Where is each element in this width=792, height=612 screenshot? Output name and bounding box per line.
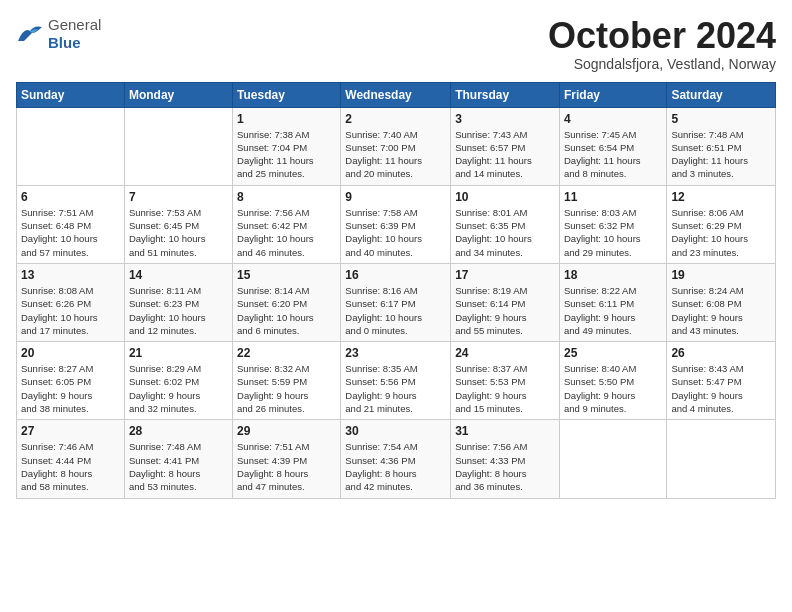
header: General Blue October 2024 Sogndalsfjora,… <box>16 16 776 72</box>
calendar-cell: 4Sunrise: 7:45 AM Sunset: 6:54 PM Daylig… <box>559 107 666 185</box>
day-info: Sunrise: 7:45 AM Sunset: 6:54 PM Dayligh… <box>564 128 662 181</box>
header-row: SundayMondayTuesdayWednesdayThursdayFrid… <box>17 82 776 107</box>
calendar-cell: 18Sunrise: 8:22 AM Sunset: 6:11 PM Dayli… <box>559 263 666 341</box>
logo-text-blue: Blue <box>48 34 81 51</box>
calendar-cell: 30Sunrise: 7:54 AM Sunset: 4:36 PM Dayli… <box>341 420 451 498</box>
day-info: Sunrise: 8:19 AM Sunset: 6:14 PM Dayligh… <box>455 284 555 337</box>
calendar-cell: 23Sunrise: 8:35 AM Sunset: 5:56 PM Dayli… <box>341 342 451 420</box>
day-number: 24 <box>455 346 555 360</box>
day-info: Sunrise: 7:51 AM Sunset: 4:39 PM Dayligh… <box>237 440 336 493</box>
calendar-body: 1Sunrise: 7:38 AM Sunset: 7:04 PM Daylig… <box>17 107 776 498</box>
calendar-cell <box>559 420 666 498</box>
calendar-cell: 22Sunrise: 8:32 AM Sunset: 5:59 PM Dayli… <box>233 342 341 420</box>
day-number: 12 <box>671 190 771 204</box>
day-info: Sunrise: 7:53 AM Sunset: 6:45 PM Dayligh… <box>129 206 228 259</box>
day-number: 4 <box>564 112 662 126</box>
week-row: 20Sunrise: 8:27 AM Sunset: 6:05 PM Dayli… <box>17 342 776 420</box>
day-info: Sunrise: 8:43 AM Sunset: 5:47 PM Dayligh… <box>671 362 771 415</box>
calendar-cell: 3Sunrise: 7:43 AM Sunset: 6:57 PM Daylig… <box>451 107 560 185</box>
day-info: Sunrise: 8:24 AM Sunset: 6:08 PM Dayligh… <box>671 284 771 337</box>
day-info: Sunrise: 7:56 AM Sunset: 6:42 PM Dayligh… <box>237 206 336 259</box>
day-info: Sunrise: 7:48 AM Sunset: 6:51 PM Dayligh… <box>671 128 771 181</box>
header-cell-tuesday: Tuesday <box>233 82 341 107</box>
calendar-cell: 10Sunrise: 8:01 AM Sunset: 6:35 PM Dayli… <box>451 185 560 263</box>
day-number: 5 <box>671 112 771 126</box>
day-info: Sunrise: 7:43 AM Sunset: 6:57 PM Dayligh… <box>455 128 555 181</box>
calendar-cell: 12Sunrise: 8:06 AM Sunset: 6:29 PM Dayli… <box>667 185 776 263</box>
day-number: 19 <box>671 268 771 282</box>
day-number: 11 <box>564 190 662 204</box>
week-row: 13Sunrise: 8:08 AM Sunset: 6:26 PM Dayli… <box>17 263 776 341</box>
day-number: 7 <box>129 190 228 204</box>
calendar-cell: 24Sunrise: 8:37 AM Sunset: 5:53 PM Dayli… <box>451 342 560 420</box>
day-number: 8 <box>237 190 336 204</box>
calendar-cell: 1Sunrise: 7:38 AM Sunset: 7:04 PM Daylig… <box>233 107 341 185</box>
calendar-cell: 16Sunrise: 8:16 AM Sunset: 6:17 PM Dayli… <box>341 263 451 341</box>
calendar-cell: 25Sunrise: 8:40 AM Sunset: 5:50 PM Dayli… <box>559 342 666 420</box>
calendar-cell: 14Sunrise: 8:11 AM Sunset: 6:23 PM Dayli… <box>124 263 232 341</box>
week-row: 1Sunrise: 7:38 AM Sunset: 7:04 PM Daylig… <box>17 107 776 185</box>
day-info: Sunrise: 8:11 AM Sunset: 6:23 PM Dayligh… <box>129 284 228 337</box>
calendar-cell: 13Sunrise: 8:08 AM Sunset: 6:26 PM Dayli… <box>17 263 125 341</box>
calendar-cell: 26Sunrise: 8:43 AM Sunset: 5:47 PM Dayli… <box>667 342 776 420</box>
calendar-cell: 29Sunrise: 7:51 AM Sunset: 4:39 PM Dayli… <box>233 420 341 498</box>
calendar-cell: 5Sunrise: 7:48 AM Sunset: 6:51 PM Daylig… <box>667 107 776 185</box>
header-cell-thursday: Thursday <box>451 82 560 107</box>
day-number: 3 <box>455 112 555 126</box>
day-info: Sunrise: 8:29 AM Sunset: 6:02 PM Dayligh… <box>129 362 228 415</box>
day-number: 23 <box>345 346 446 360</box>
header-cell-sunday: Sunday <box>17 82 125 107</box>
day-info: Sunrise: 7:40 AM Sunset: 7:00 PM Dayligh… <box>345 128 446 181</box>
day-info: Sunrise: 8:03 AM Sunset: 6:32 PM Dayligh… <box>564 206 662 259</box>
day-number: 16 <box>345 268 446 282</box>
calendar-header: SundayMondayTuesdayWednesdayThursdayFrid… <box>17 82 776 107</box>
header-cell-monday: Monday <box>124 82 232 107</box>
day-number: 15 <box>237 268 336 282</box>
calendar-table: SundayMondayTuesdayWednesdayThursdayFrid… <box>16 82 776 499</box>
day-number: 18 <box>564 268 662 282</box>
calendar-cell: 31Sunrise: 7:56 AM Sunset: 4:33 PM Dayli… <box>451 420 560 498</box>
day-info: Sunrise: 7:46 AM Sunset: 4:44 PM Dayligh… <box>21 440 120 493</box>
day-number: 27 <box>21 424 120 438</box>
day-number: 10 <box>455 190 555 204</box>
day-info: Sunrise: 7:54 AM Sunset: 4:36 PM Dayligh… <box>345 440 446 493</box>
day-info: Sunrise: 8:01 AM Sunset: 6:35 PM Dayligh… <box>455 206 555 259</box>
day-info: Sunrise: 7:56 AM Sunset: 4:33 PM Dayligh… <box>455 440 555 493</box>
day-info: Sunrise: 7:38 AM Sunset: 7:04 PM Dayligh… <box>237 128 336 181</box>
calendar-cell: 9Sunrise: 7:58 AM Sunset: 6:39 PM Daylig… <box>341 185 451 263</box>
header-cell-saturday: Saturday <box>667 82 776 107</box>
day-info: Sunrise: 7:58 AM Sunset: 6:39 PM Dayligh… <box>345 206 446 259</box>
day-number: 20 <box>21 346 120 360</box>
calendar-cell: 19Sunrise: 8:24 AM Sunset: 6:08 PM Dayli… <box>667 263 776 341</box>
calendar-cell: 6Sunrise: 7:51 AM Sunset: 6:48 PM Daylig… <box>17 185 125 263</box>
calendar-cell: 7Sunrise: 7:53 AM Sunset: 6:45 PM Daylig… <box>124 185 232 263</box>
calendar-cell: 11Sunrise: 8:03 AM Sunset: 6:32 PM Dayli… <box>559 185 666 263</box>
calendar-cell: 20Sunrise: 8:27 AM Sunset: 6:05 PM Dayli… <box>17 342 125 420</box>
day-info: Sunrise: 7:48 AM Sunset: 4:41 PM Dayligh… <box>129 440 228 493</box>
day-number: 6 <box>21 190 120 204</box>
calendar-cell: 8Sunrise: 7:56 AM Sunset: 6:42 PM Daylig… <box>233 185 341 263</box>
day-number: 25 <box>564 346 662 360</box>
day-info: Sunrise: 8:35 AM Sunset: 5:56 PM Dayligh… <box>345 362 446 415</box>
day-number: 28 <box>129 424 228 438</box>
day-number: 1 <box>237 112 336 126</box>
day-number: 26 <box>671 346 771 360</box>
calendar-cell <box>124 107 232 185</box>
day-info: Sunrise: 8:32 AM Sunset: 5:59 PM Dayligh… <box>237 362 336 415</box>
day-number: 9 <box>345 190 446 204</box>
day-info: Sunrise: 8:06 AM Sunset: 6:29 PM Dayligh… <box>671 206 771 259</box>
day-info: Sunrise: 7:51 AM Sunset: 6:48 PM Dayligh… <box>21 206 120 259</box>
title-block: October 2024 Sogndalsfjora, Vestland, No… <box>548 16 776 72</box>
day-number: 14 <box>129 268 228 282</box>
day-number: 13 <box>21 268 120 282</box>
logo-text-general: General <box>48 16 101 33</box>
day-number: 31 <box>455 424 555 438</box>
day-info: Sunrise: 8:22 AM Sunset: 6:11 PM Dayligh… <box>564 284 662 337</box>
calendar-cell: 21Sunrise: 8:29 AM Sunset: 6:02 PM Dayli… <box>124 342 232 420</box>
calendar-cell <box>17 107 125 185</box>
header-cell-friday: Friday <box>559 82 666 107</box>
day-number: 30 <box>345 424 446 438</box>
day-info: Sunrise: 8:14 AM Sunset: 6:20 PM Dayligh… <box>237 284 336 337</box>
week-row: 27Sunrise: 7:46 AM Sunset: 4:44 PM Dayli… <box>17 420 776 498</box>
logo-bird-icon <box>16 23 44 45</box>
